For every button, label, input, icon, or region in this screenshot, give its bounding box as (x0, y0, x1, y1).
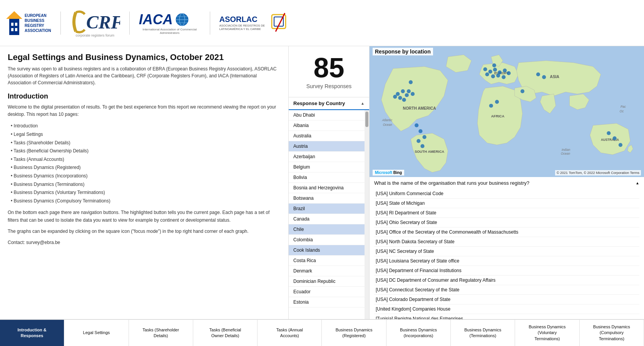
nav-tab-9[interactable]: Business Dynamics (Compulsory Terminatio… (580, 320, 644, 346)
svg-point-38 (418, 129, 422, 133)
org-item: [USA] State of Michigan (374, 199, 639, 208)
header-logos: EUROPEAN BUSINESS REGISTRY ASSOCIATION C… (0, 0, 644, 46)
nav-tab-1[interactable]: Legal Settings (64, 320, 129, 346)
svg-point-39 (423, 135, 427, 139)
para2: The graphs can be expanded by clicking o… (8, 228, 281, 235)
svg-text:Ocean: Ocean (383, 123, 392, 127)
country-item[interactable]: Ecuador (289, 287, 365, 297)
main-area: Legal Settings and Business Dynamics, Oc… (0, 46, 644, 319)
country-item[interactable]: Dominician Republic (289, 276, 365, 287)
country-item[interactable]: Bolivia (289, 172, 365, 183)
country-item[interactable]: Australia (289, 131, 365, 141)
ebra-text: EUROPEAN BUSINESS REGISTRY ASSOCIATION (25, 13, 51, 33)
bullet-item: Introduction (11, 122, 281, 130)
right-panel: Response by location (370, 46, 644, 319)
country-item[interactable]: Brazil (289, 204, 365, 214)
survey-count-box: 85 Survey Responses (289, 46, 369, 97)
country-item[interactable]: Colombia (289, 235, 365, 245)
ebra-logo: EUROPEAN BUSINESS REGISTRY ASSOCIATION (6, 11, 51, 35)
svg-point-33 (402, 98, 406, 102)
country-item[interactable]: Austria (289, 141, 365, 152)
svg-point-29 (401, 89, 405, 93)
svg-point-59 (613, 136, 617, 140)
svg-point-54 (495, 100, 499, 104)
svg-rect-3 (15, 23, 17, 26)
svg-text:NORTH AMERICA: NORTH AMERICA (403, 106, 437, 110)
bullet-item: Business Dynamics (Registered) (11, 164, 281, 172)
org-item: [Tunisia] Registre National des Entrepri… (374, 314, 639, 319)
svg-point-46 (503, 69, 507, 72)
world-map-svg: NORTH AMERICA SOUTH AMERICA EUROPE ASIA … (370, 46, 644, 177)
bullet-item: Tasks (Beneficial Ownership Details) (11, 147, 281, 155)
svg-rect-2 (11, 23, 13, 26)
org-list: [USA] Uniform Commercial Code[USA] State… (374, 189, 639, 319)
chevron-up-icon-org[interactable]: ▲ (636, 181, 639, 185)
country-item[interactable]: Cook Islands (289, 245, 365, 256)
country-item[interactable]: Belgium (289, 162, 365, 172)
org-item: [USA] Connecticut Secretary of the State (374, 285, 639, 295)
org-item: [USA] DC Department of Consumer and Regu… (374, 276, 639, 285)
svg-point-60 (619, 143, 622, 147)
country-list-container: Abu DhabiAlbaniaAustraliaAustriaAzerbaij… (289, 110, 369, 319)
org-item: [United Kingdom] Companies House (374, 304, 639, 314)
country-list-header: Response by Country ▲ (289, 97, 369, 110)
country-item[interactable]: Azerbaijan (289, 152, 365, 162)
bullet-item: Legal Settings (11, 130, 281, 139)
svg-point-40 (417, 139, 420, 143)
org-item: [USA] Ohio Secretary of State (374, 218, 639, 227)
intro-heading: Introduction (8, 92, 281, 100)
svg-point-32 (393, 95, 397, 99)
chevron-up-icon[interactable]: ▲ (361, 101, 365, 105)
country-item[interactable]: Abu Dhabi (289, 110, 365, 120)
nav-tab-5[interactable]: Business Dynamics (Registered) (322, 320, 386, 346)
nav-tab-3[interactable]: Tasks (Beneficial Owner Details) (193, 320, 258, 346)
svg-point-47 (507, 71, 511, 75)
asorlac-icon (269, 12, 292, 35)
org-item: [USA] RI Department of State (374, 208, 639, 218)
country-list[interactable]: Abu DhabiAlbaniaAustraliaAustriaAzerbaij… (289, 110, 365, 319)
bullet-item: Business Dynamics (Incorporations) (11, 172, 281, 181)
svg-marker-1 (6, 11, 22, 19)
crf-tagline: corporate registers forum (70, 33, 120, 37)
svg-point-31 (398, 96, 402, 100)
nav-tab-7[interactable]: Business Dynamics (Terminations) (451, 320, 515, 346)
svg-point-52 (492, 64, 496, 67)
bullet-item: Tasks (Annual Accounts) (11, 155, 281, 164)
iaca-globe-icon (175, 13, 189, 27)
survey-number: 85 (293, 54, 365, 82)
org-item: [USA] North Dakota Secretary of State (374, 237, 639, 247)
svg-rect-4 (11, 28, 13, 31)
country-item[interactable]: Botswana (289, 193, 365, 204)
crf-logo: CRF corporate registers forum (70, 8, 120, 37)
country-item[interactable]: Denmark (289, 266, 365, 276)
svg-rect-0 (9, 19, 19, 35)
nav-tab-8[interactable]: Business Dynamics (Voluntary Termination… (515, 320, 579, 346)
country-item[interactable]: Albania (289, 120, 365, 131)
nav-tab-6[interactable]: Business Dynamics (Incorporations) (386, 320, 451, 346)
nav-tab-2[interactable]: Tasks (Shareholder Details) (129, 320, 193, 346)
middle-panel: 85 Survey Responses Response by Country … (289, 46, 370, 319)
svg-point-42 (483, 67, 487, 71)
country-item[interactable]: Bosnia and Herzegovina (289, 183, 365, 193)
scrollbar[interactable] (365, 110, 369, 319)
country-item[interactable]: Estonia (289, 297, 365, 308)
iaca-logo: IACA International Association of Commer… (139, 12, 201, 35)
ebra-icon (6, 11, 22, 35)
nav-tab-4[interactable]: Tasks (Annual Accounts) (258, 320, 322, 346)
country-item[interactable]: Costa Rica (289, 256, 365, 266)
map-title: Response by location (373, 48, 433, 55)
svg-text:Pac: Pac (621, 105, 626, 109)
nav-tab-0[interactable]: Introduction & Responses (0, 320, 64, 346)
country-item[interactable]: Canada (289, 214, 365, 224)
bullet-item: Business Dynamics (Voluntary Termination… (11, 189, 281, 197)
svg-text:Ocean: Ocean (561, 152, 570, 155)
svg-text:SOUTH AMERICA: SOUTH AMERICA (415, 150, 444, 154)
svg-point-50 (496, 74, 500, 77)
svg-text:Indian: Indian (562, 148, 570, 152)
crf-icon: CRF (70, 8, 120, 35)
svg-point-57 (542, 75, 546, 79)
country-item[interactable]: Chile (289, 224, 365, 235)
logo-divider-2 (129, 12, 130, 35)
map-section: Response by location (370, 46, 644, 177)
page-subtitle: The survey was open to all business regi… (8, 65, 281, 86)
